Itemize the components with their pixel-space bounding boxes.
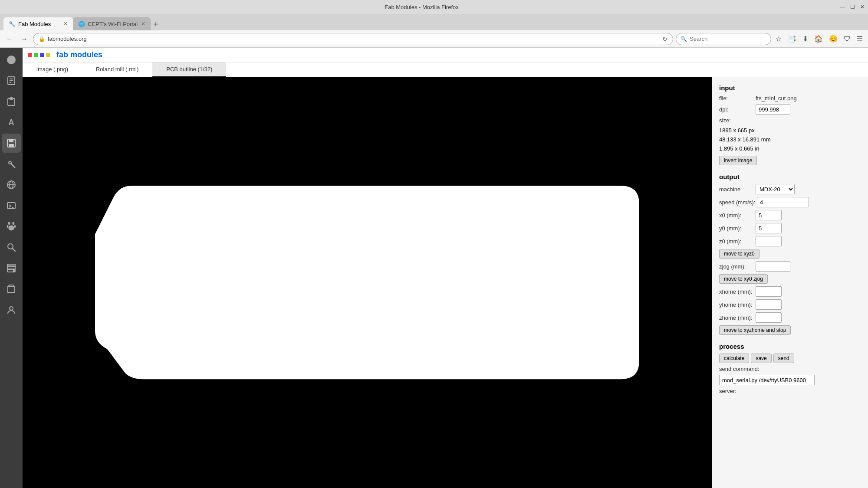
sidebar-item-files2[interactable] <box>2 279 21 298</box>
sidebar-item-tools[interactable] <box>2 154 21 174</box>
zhome-row: zhome (mm): <box>719 312 861 323</box>
bookmark-list-icon[interactable]: 📑 <box>786 33 798 45</box>
sidebar-item-files[interactable] <box>2 71 21 90</box>
size-label: size: <box>719 117 754 124</box>
z0-label: z0 (mm): <box>719 238 754 245</box>
download-icon[interactable]: ⬇ <box>801 33 810 45</box>
sidebar-item-clipboard[interactable] <box>2 92 21 111</box>
sidebar-item-user[interactable] <box>2 300 21 319</box>
move-xyzhome-button[interactable]: move to xyzhome and stop <box>719 325 791 335</box>
tab-wifi-portal[interactable]: 🌐 CEPT's Wi-Fi Portal ✕ <box>73 17 151 30</box>
x0-input[interactable] <box>756 210 782 220</box>
forward-button[interactable]: → <box>18 33 30 45</box>
send-command-label-row: send command: <box>719 366 861 372</box>
dpi-input[interactable] <box>756 104 790 115</box>
sidebar-item-terminal[interactable] <box>2 196 21 215</box>
menu-icon[interactable]: ☰ <box>855 33 865 45</box>
xhome-label: xhome (mm): <box>719 288 754 295</box>
new-tab-button[interactable]: + <box>153 20 158 30</box>
zjog-label: zjog (mm): <box>719 263 754 270</box>
svg-rect-26 <box>7 266 15 269</box>
url-bar[interactable]: 🔒 fabmodules.org ↻ <box>33 33 673 45</box>
xhome-input[interactable] <box>756 286 782 297</box>
maximize-icon[interactable]: ☐ <box>850 4 855 10</box>
file-label: file: <box>719 95 754 102</box>
back-button[interactable]: ← <box>3 33 16 45</box>
y0-row: y0 (mm): <box>719 223 861 233</box>
file-row: file: fts_mini_cut.png <box>719 95 861 102</box>
zhome-label: zhome (mm): <box>719 314 754 321</box>
tab-roland-mill[interactable]: Roland mill (.rml) <box>82 62 152 77</box>
sidebar-item-paw[interactable] <box>2 217 21 236</box>
sidebar-item-home[interactable] <box>2 50 21 69</box>
bookmark-star-icon[interactable]: ☆ <box>774 33 783 45</box>
tab-pcb-outline[interactable]: PCB outline (1/32) <box>152 62 226 77</box>
svg-line-11 <box>11 164 15 168</box>
tab-close-fab[interactable]: ✕ <box>63 21 68 27</box>
app-title[interactable]: fab modules <box>56 50 102 59</box>
shield-icon[interactable]: 🛡 <box>842 33 852 45</box>
module-tabs: image (.png) Roland mill (.rml) PCB outl… <box>23 62 868 77</box>
tab-bar: 🔧 Fab Modules ✕ 🌐 CEPT's Wi-Fi Portal ✕ … <box>0 14 868 30</box>
title-bar: Fab Modules - Mozilla Firefox — ☐ ✕ <box>0 0 868 14</box>
invert-image-button[interactable]: invert image <box>719 156 757 165</box>
search-input[interactable] <box>690 36 759 42</box>
process-buttons-row: calculate save send <box>719 354 861 363</box>
svg-point-18 <box>12 222 14 225</box>
send-button[interactable]: send <box>773 354 794 363</box>
tab-fab-modules[interactable]: 🔧 Fab Modules ✕ <box>3 17 73 30</box>
x0-label: x0 (mm): <box>719 212 754 219</box>
app-header: fab modules <box>23 48 868 62</box>
close-icon[interactable]: ✕ <box>860 4 865 10</box>
input-title: input <box>719 84 861 92</box>
svg-point-19 <box>7 225 9 228</box>
yhome-label: yhome (mm): <box>719 301 754 308</box>
move-xy0-zjog-row: move to xy0 zjog <box>719 274 861 284</box>
nav-right-icons: ☆ 📑 ⬇ 🏠 😊 🛡 ☰ <box>774 33 865 45</box>
tab-label-wifi: CEPT's Wi-Fi Portal <box>88 21 138 27</box>
send-command-input[interactable] <box>719 375 815 385</box>
tab-label-fab: Fab Modules <box>18 21 60 27</box>
sidebar-item-search[interactable] <box>2 238 21 257</box>
xhome-row: xhome (mm): <box>719 286 861 297</box>
move-xy0-zjog-button[interactable]: move to xy0 zjog <box>719 274 768 284</box>
home-icon[interactable]: 🏠 <box>812 33 825 45</box>
minimize-icon[interactable]: — <box>840 4 845 10</box>
process-title: process <box>719 343 861 350</box>
pcb-outline-svg <box>95 157 639 408</box>
calculate-button[interactable]: calculate <box>719 354 749 363</box>
input-section: input file: fts_mini_cut.png dpi: size: … <box>719 84 861 165</box>
tab-close-wifi[interactable]: ✕ <box>141 21 145 27</box>
yhome-input[interactable] <box>756 299 782 310</box>
save-button[interactable]: save <box>751 354 771 363</box>
pcb-image <box>31 86 703 479</box>
output-section: output machine MDX-20 MDX-40 speed (mm/s… <box>719 173 861 335</box>
sidebar: A <box>0 48 23 488</box>
move-xyz0-button[interactable]: move to xyz0 <box>719 249 760 259</box>
sidebar-item-text[interactable]: A <box>2 113 21 132</box>
svg-rect-15 <box>7 203 15 209</box>
dpi-label: dpi: <box>719 106 754 113</box>
speed-row: speed (mm/s): <box>719 197 861 207</box>
search-bar[interactable]: 🔍 <box>676 33 771 45</box>
svg-rect-27 <box>7 264 15 266</box>
zjog-input[interactable] <box>756 261 790 272</box>
sidebar-item-drive[interactable] <box>2 259 21 278</box>
machine-label: machine <box>719 186 754 193</box>
z0-input[interactable] <box>756 236 782 246</box>
machine-select[interactable]: MDX-20 MDX-40 <box>756 184 795 194</box>
tab-image-png[interactable]: image (.png) <box>23 62 82 77</box>
x0-row: x0 (mm): <box>719 210 861 220</box>
reload-icon[interactable]: ↻ <box>662 36 667 43</box>
speed-input[interactable] <box>757 197 809 207</box>
sidebar-item-globe[interactable] <box>2 175 21 194</box>
size-in: 1.895 x 0.665 in <box>719 144 861 154</box>
emoji-icon[interactable]: 😊 <box>827 33 839 45</box>
main-layout: A <box>0 48 868 488</box>
sidebar-item-save[interactable] <box>2 134 21 153</box>
process-section: process calculate save send send command… <box>719 343 861 394</box>
y0-input[interactable] <box>756 223 782 233</box>
zhome-input[interactable] <box>756 312 782 323</box>
svg-rect-8 <box>9 139 13 142</box>
send-command-label: send command: <box>719 366 760 372</box>
